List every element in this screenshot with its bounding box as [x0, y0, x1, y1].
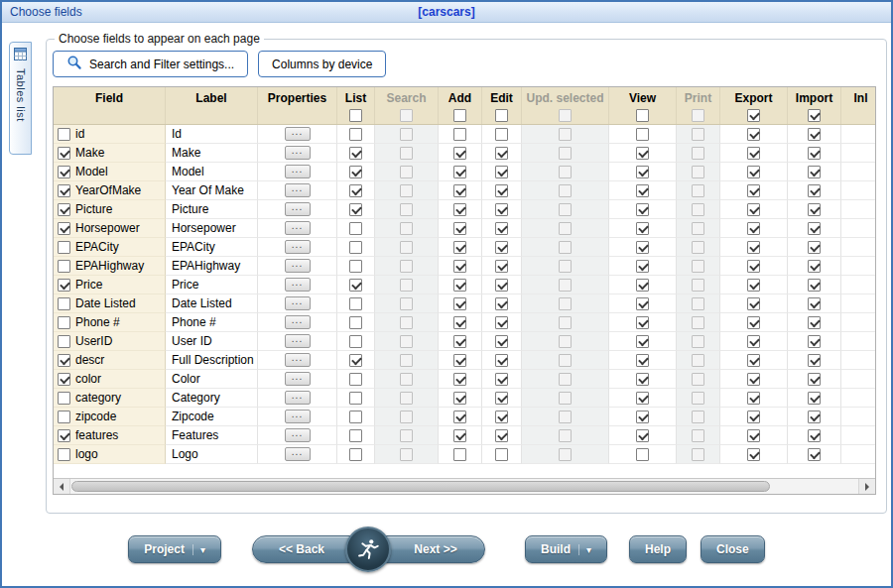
close-button[interactable]: Close	[701, 535, 765, 563]
horsepower-edit-checkbox[interactable]	[495, 222, 508, 235]
zipcode-add-checkbox[interactable]	[453, 411, 466, 423]
field-checkbox-yearofmake[interactable]	[58, 184, 70, 197]
userid-edit-checkbox[interactable]	[495, 335, 508, 348]
field-checkbox-color[interactable]	[58, 373, 70, 386]
field-checkbox-model[interactable]	[58, 166, 70, 178]
features-add-checkbox[interactable]	[453, 429, 466, 442]
column-checkbox-edit[interactable]	[495, 109, 508, 122]
horsepower-import-checkbox[interactable]	[808, 222, 821, 235]
make-add-checkbox[interactable]	[453, 147, 466, 160]
price-export-checkbox[interactable]	[747, 279, 760, 292]
epahighway-add-checkbox[interactable]	[453, 260, 466, 273]
horsepower-list-checkbox[interactable]	[349, 222, 362, 235]
columns-by-device-button[interactable]: Columns by device	[258, 51, 386, 77]
field-checkbox-descr[interactable]	[58, 354, 70, 367]
field-checkbox-features[interactable]	[58, 429, 70, 442]
features-import-checkbox[interactable]	[808, 429, 821, 442]
properties-button-model[interactable]: ...	[285, 165, 311, 178]
field-checkbox-phone[interactable]	[58, 316, 70, 329]
model-export-checkbox[interactable]	[747, 166, 760, 178]
descr-list-checkbox[interactable]	[349, 354, 362, 367]
picture-list-checkbox[interactable]	[349, 203, 362, 216]
logo-list-checkbox[interactable]	[349, 448, 362, 461]
project-button[interactable]: Project ▾	[128, 535, 221, 563]
properties-button-logo[interactable]: ...	[285, 447, 311, 461]
features-export-checkbox[interactable]	[747, 429, 760, 442]
properties-button-userid[interactable]: ...	[285, 334, 311, 348]
properties-button-id[interactable]: ...	[285, 127, 311, 141]
phone-export-checkbox[interactable]	[747, 316, 760, 329]
make-list-checkbox[interactable]	[349, 147, 362, 160]
logo-edit-checkbox[interactable]	[495, 448, 508, 461]
logo-add-checkbox[interactable]	[453, 448, 466, 461]
color-edit-checkbox[interactable]	[495, 373, 508, 386]
color-add-checkbox[interactable]	[453, 373, 466, 386]
date-listed-view-checkbox[interactable]	[636, 297, 649, 310]
properties-button-features[interactable]: ...	[285, 428, 311, 442]
price-view-checkbox[interactable]	[636, 279, 649, 292]
descr-export-checkbox[interactable]	[747, 354, 760, 367]
scroll-left-arrow-icon[interactable]	[54, 479, 70, 494]
picture-add-checkbox[interactable]	[453, 203, 466, 216]
epahighway-export-checkbox[interactable]	[747, 260, 760, 273]
search-filter-settings-button[interactable]: Search and Filter settings...	[53, 51, 248, 77]
userid-list-checkbox[interactable]	[349, 335, 362, 348]
epacity-add-checkbox[interactable]	[453, 241, 466, 254]
field-checkbox-date-listed[interactable]	[58, 297, 70, 310]
userid-import-checkbox[interactable]	[808, 335, 821, 348]
model-view-checkbox[interactable]	[636, 166, 649, 178]
id-edit-checkbox[interactable]	[495, 128, 508, 141]
color-import-checkbox[interactable]	[808, 373, 821, 386]
scrollbar-thumb[interactable]	[71, 481, 770, 492]
picture-export-checkbox[interactable]	[747, 203, 760, 216]
descr-import-checkbox[interactable]	[808, 354, 821, 367]
date-listed-export-checkbox[interactable]	[747, 297, 760, 310]
id-add-checkbox[interactable]	[453, 128, 466, 141]
phone-view-checkbox[interactable]	[636, 316, 649, 329]
yearofmake-edit-checkbox[interactable]	[495, 184, 508, 197]
make-import-checkbox[interactable]	[808, 147, 821, 160]
price-edit-checkbox[interactable]	[495, 279, 508, 292]
date-listed-edit-checkbox[interactable]	[495, 297, 508, 310]
horsepower-export-checkbox[interactable]	[747, 222, 760, 235]
properties-button-picture[interactable]: ...	[285, 202, 311, 216]
phone-edit-checkbox[interactable]	[495, 316, 508, 329]
userid-export-checkbox[interactable]	[747, 335, 760, 348]
descr-view-checkbox[interactable]	[636, 354, 649, 367]
category-edit-checkbox[interactable]	[495, 392, 508, 405]
epacity-view-checkbox[interactable]	[636, 241, 649, 254]
userid-view-checkbox[interactable]	[636, 335, 649, 348]
make-view-checkbox[interactable]	[636, 147, 649, 160]
properties-button-phone[interactable]: ...	[285, 315, 311, 329]
epahighway-list-checkbox[interactable]	[349, 260, 362, 273]
field-checkbox-zipcode[interactable]	[58, 411, 70, 423]
zipcode-list-checkbox[interactable]	[349, 411, 362, 423]
properties-button-zipcode[interactable]: ...	[285, 410, 311, 423]
picture-import-checkbox[interactable]	[808, 203, 821, 216]
category-import-checkbox[interactable]	[808, 392, 821, 405]
zipcode-export-checkbox[interactable]	[747, 411, 760, 423]
id-list-checkbox[interactable]	[349, 128, 362, 141]
features-list-checkbox[interactable]	[349, 429, 362, 442]
properties-button-yearofmake[interactable]: ...	[285, 183, 311, 197]
horizontal-scrollbar[interactable]	[54, 478, 875, 494]
epahighway-edit-checkbox[interactable]	[495, 260, 508, 273]
logo-export-checkbox[interactable]	[747, 448, 760, 461]
descr-add-checkbox[interactable]	[453, 354, 466, 367]
epacity-export-checkbox[interactable]	[747, 241, 760, 254]
properties-button-date-listed[interactable]: ...	[285, 296, 311, 310]
zipcode-view-checkbox[interactable]	[636, 411, 649, 423]
epahighway-view-checkbox[interactable]	[636, 260, 649, 273]
id-import-checkbox[interactable]	[808, 128, 821, 141]
tables-list-tab[interactable]: Tables list	[9, 42, 32, 155]
field-checkbox-epacity[interactable]	[58, 241, 70, 254]
properties-button-make[interactable]: ...	[285, 146, 311, 160]
category-add-checkbox[interactable]	[453, 392, 466, 405]
epacity-edit-checkbox[interactable]	[495, 241, 508, 254]
id-view-checkbox[interactable]	[636, 128, 649, 141]
model-list-checkbox[interactable]	[349, 166, 362, 178]
horsepower-add-checkbox[interactable]	[453, 222, 466, 235]
picture-view-checkbox[interactable]	[636, 203, 649, 216]
logo-view-checkbox[interactable]	[636, 448, 649, 461]
field-checkbox-logo[interactable]	[58, 448, 70, 461]
